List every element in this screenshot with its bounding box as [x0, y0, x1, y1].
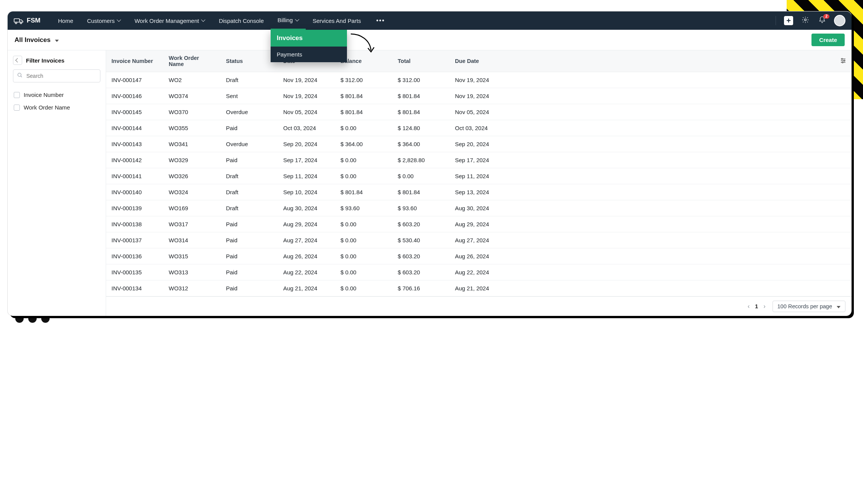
col-status[interactable]: Status [221, 53, 278, 69]
cell-due-date: Aug 21, 2024 [450, 280, 834, 296]
cell-work-order: WO341 [163, 136, 221, 152]
filter-option-work-order-name[interactable]: Work Order Name [13, 101, 100, 114]
cell-date: Aug 21, 2024 [278, 280, 335, 296]
table-row[interactable]: INV-000140WO324DraftSep 10, 2024$ 801.84… [106, 184, 852, 200]
next-page-button[interactable]: › [762, 303, 767, 310]
nav-item-services-and-parts[interactable]: Services And Parts [306, 11, 368, 30]
table-row[interactable]: INV-000137WO314PaidAug 27, 2024$ 0.00$ 5… [106, 232, 852, 248]
svg-point-4 [18, 73, 21, 77]
cell-status: Draft [221, 184, 278, 200]
cell-invoice-number: INV-000141 [106, 168, 163, 184]
table-row[interactable]: INV-000143WO341OverdueSep 20, 2024$ 364.… [106, 136, 852, 152]
filter-option-invoice-number[interactable]: Invoice Number [13, 89, 100, 101]
nav-item-billing[interactable]: BillingInvoicesPayments [271, 11, 306, 30]
cell-total: $ 603.20 [392, 264, 450, 280]
cell-invoice-number: INV-000147 [106, 72, 163, 88]
table-row[interactable]: INV-000146WO374SentNov 19, 2024$ 801.84$… [106, 88, 852, 104]
cell-work-order: WO315 [163, 248, 221, 264]
filter-option-label: Invoice Number [24, 92, 64, 98]
nav-item-home[interactable]: Home [51, 11, 80, 30]
notification-badge: 2 [823, 14, 829, 19]
chevron-down-icon [201, 19, 205, 23]
nav-item-work-order-management[interactable]: Work Order Management [127, 11, 212, 30]
per-page-label: 100 Records per page [778, 303, 832, 309]
truck-icon [14, 17, 24, 24]
cell-status: Sent [221, 88, 278, 104]
table-row[interactable]: INV-000141WO326DraftSep 11, 2024$ 0.00$ … [106, 168, 852, 184]
cell-work-order: WO329 [163, 152, 221, 168]
svg-point-5 [842, 58, 843, 60]
cell-date: Sep 11, 2024 [278, 168, 335, 184]
cell-invoice-number: INV-000142 [106, 152, 163, 168]
prev-page-button[interactable]: ‹ [746, 303, 751, 310]
col-total[interactable]: Total [392, 53, 450, 69]
svg-rect-0 [14, 19, 19, 22]
cell-status: Overdue [221, 104, 278, 120]
cell-date: Sep 17, 2024 [278, 152, 335, 168]
notifications-button[interactable]: 2 [817, 16, 827, 26]
app-window: FSM HomeCustomersWork Order ManagementDi… [8, 11, 852, 316]
cell-date: Aug 30, 2024 [278, 200, 335, 216]
cell-due-date: Nov 19, 2024 [450, 88, 834, 104]
dropdown-item-payments[interactable]: Payments [271, 47, 347, 62]
nav-item-customers[interactable]: Customers [80, 11, 128, 30]
filters-panel: Filter Invoices Invoice NumberWork Order… [8, 50, 106, 316]
cell-status: Draft [221, 168, 278, 184]
chevron-down-icon [295, 18, 299, 22]
cell-invoice-number: INV-000137 [106, 232, 163, 248]
col-due-date[interactable]: Due Date [450, 53, 834, 69]
nav-more-icon[interactable]: ••• [371, 17, 390, 24]
cell-invoice-number: INV-000146 [106, 88, 163, 104]
cell-invoice-number: INV-000139 [106, 200, 163, 216]
cell-date: Aug 22, 2024 [278, 264, 335, 280]
dropdown-item-invoices[interactable]: Invoices [271, 30, 347, 47]
filters-search-input[interactable] [13, 69, 100, 82]
table-row[interactable]: INV-000139WO169DraftAug 30, 2024$ 93.60$… [106, 200, 852, 216]
table-row[interactable]: INV-000134WO312PaidAug 21, 2024$ 0.00$ 7… [106, 280, 852, 296]
sliders-icon [839, 57, 847, 64]
svg-point-2 [20, 22, 22, 24]
table-row[interactable]: INV-000144WO355PaidOct 03, 2024$ 0.00$ 1… [106, 120, 852, 136]
col-work-order[interactable]: Work Order Name [163, 50, 221, 72]
add-button[interactable]: + [784, 16, 794, 26]
cell-total: $ 364.00 [392, 136, 450, 152]
filter-option-label: Work Order Name [24, 104, 70, 111]
gear-icon [802, 16, 809, 25]
filters-search [13, 69, 100, 82]
filters-back-button[interactable] [13, 56, 22, 65]
cell-total: $ 124.80 [392, 120, 450, 136]
view-selector[interactable]: All Invoices [15, 36, 59, 44]
cell-balance: $ 801.84 [335, 184, 392, 200]
filters-header: Filter Invoices [13, 56, 100, 65]
nav-items: HomeCustomersWork Order ManagementDispat… [51, 11, 368, 30]
table-row[interactable]: INV-000145WO370OverdueNov 05, 2024$ 801.… [106, 104, 852, 120]
table-row[interactable]: INV-000135WO313PaidAug 22, 2024$ 0.00$ 6… [106, 264, 852, 280]
checkbox-icon [14, 105, 20, 111]
cell-balance: $ 0.00 [335, 168, 392, 184]
table-row[interactable]: INV-000142WO329PaidSep 17, 2024$ 0.00$ 2… [106, 152, 852, 168]
col-invoice-number[interactable]: Invoice Number [106, 53, 163, 69]
cell-balance: $ 312.00 [335, 72, 392, 88]
cell-balance: $ 0.00 [335, 248, 392, 264]
column-settings[interactable] [834, 52, 852, 70]
avatar[interactable] [834, 15, 845, 26]
create-button[interactable]: Create [811, 34, 845, 46]
table-row[interactable]: INV-000138WO317PaidAug 29, 2024$ 0.00$ 6… [106, 216, 852, 232]
cell-date: Sep 20, 2024 [278, 136, 335, 152]
cell-total: $ 2,828.80 [392, 152, 450, 168]
table-header: Invoice Number Work Order Name Status Da… [106, 50, 852, 72]
table-footer: ‹ 1 › 100 Records per page [106, 296, 852, 316]
cell-total: $ 801.84 [392, 104, 450, 120]
cell-status: Overdue [221, 136, 278, 152]
pager: ‹ 1 › [746, 303, 767, 310]
cell-total: $ 801.84 [392, 184, 450, 200]
settings-button[interactable] [800, 16, 810, 26]
cell-work-order: WO312 [163, 280, 221, 296]
nav-item-dispatch-console[interactable]: Dispatch Console [212, 11, 271, 30]
per-page-select[interactable]: 100 Records per page [773, 301, 846, 312]
table-row[interactable]: INV-000147WO2DraftNov 19, 2024$ 312.00$ … [106, 72, 852, 88]
cell-work-order: WO374 [163, 88, 221, 104]
table-row[interactable]: INV-000136WO315PaidAug 26, 2024$ 0.00$ 6… [106, 248, 852, 264]
cell-due-date: Aug 30, 2024 [450, 200, 834, 216]
brand[interactable]: FSM [14, 17, 40, 24]
